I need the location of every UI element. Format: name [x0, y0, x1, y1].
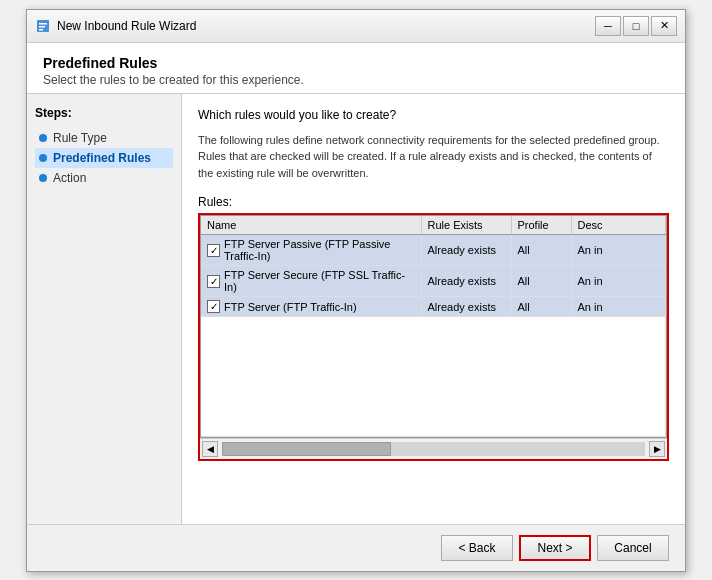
scroll-track[interactable]: [222, 442, 645, 456]
footer: < Back Next > Cancel: [27, 524, 685, 571]
rules-table: Name Rule Exists Profile Desc: [201, 216, 666, 437]
page-title: Predefined Rules: [43, 55, 669, 71]
svg-rect-1: [39, 23, 47, 25]
row1-rule-exists: Already exists: [421, 235, 511, 266]
rules-table-container: Name Rule Exists Profile Desc: [200, 215, 667, 438]
svg-rect-2: [39, 26, 45, 28]
row1-checkbox[interactable]: [207, 244, 220, 257]
row3-name: FTP Server (FTP Traffic-In): [201, 297, 421, 317]
table-header-row: Name Rule Exists Profile Desc: [201, 216, 666, 235]
title-bar-left: New Inbound Rule Wizard: [35, 18, 196, 34]
window-icon: [35, 18, 51, 34]
col-header-rule-exists: Rule Exists: [421, 216, 511, 235]
row2-rule-exists: Already exists: [421, 266, 511, 297]
col-header-profile: Profile: [511, 216, 571, 235]
sidebar: Steps: Rule Type Predefined Rules Action: [27, 94, 182, 524]
sidebar-label-action: Action: [53, 171, 86, 185]
next-button[interactable]: Next >: [519, 535, 591, 561]
table-row[interactable]: FTP Server Secure (FTP SSL Traffic-In) A…: [201, 266, 666, 297]
row2-profile: All: [511, 266, 571, 297]
page-subtitle: Select the rules to be created for this …: [43, 73, 669, 87]
scroll-left-arrow[interactable]: ◀: [202, 441, 218, 457]
row3-name-text: FTP Server (FTP Traffic-In): [224, 301, 357, 313]
step-dot-3: [39, 174, 47, 182]
scroll-right-arrow[interactable]: ▶: [649, 441, 665, 457]
rules-table-wrapper: Name Rule Exists Profile Desc: [198, 213, 669, 461]
table-row[interactable]: FTP Server (FTP Traffic-In) Already exis…: [201, 297, 666, 317]
sidebar-label-predefined-rules: Predefined Rules: [53, 151, 151, 165]
main-question: Which rules would you like to create?: [198, 108, 669, 122]
maximize-button[interactable]: □: [623, 16, 649, 36]
main-panel: Which rules would you like to create? Th…: [182, 94, 685, 524]
sidebar-label-rule-type: Rule Type: [53, 131, 107, 145]
title-bar: New Inbound Rule Wizard ─ □ ✕: [27, 10, 685, 43]
table-row[interactable]: FTP Server Passive (FTP Passive Traffic-…: [201, 235, 666, 266]
row2-name-text: FTP Server Secure (FTP SSL Traffic-In): [224, 269, 415, 293]
rules-label: Rules:: [198, 195, 669, 209]
row1-name-text: FTP Server Passive (FTP Passive Traffic-…: [224, 238, 415, 262]
back-button[interactable]: < Back: [441, 535, 513, 561]
svg-rect-3: [39, 29, 43, 31]
horizontal-scrollbar: ◀ ▶: [200, 438, 667, 459]
wizard-window: New Inbound Rule Wizard ─ □ ✕ Predefined…: [26, 9, 686, 572]
close-button[interactable]: ✕: [651, 16, 677, 36]
window-controls: ─ □ ✕: [595, 16, 677, 36]
content-area: Steps: Rule Type Predefined Rules Action…: [27, 94, 685, 524]
col-header-name: Name: [201, 216, 421, 235]
row2-checkbox[interactable]: [207, 275, 220, 288]
step-dot-2: [39, 154, 47, 162]
empty-row: [201, 317, 666, 437]
col-header-desc: Desc: [571, 216, 666, 235]
row2-name: FTP Server Secure (FTP SSL Traffic-In): [201, 266, 421, 297]
minimize-button[interactable]: ─: [595, 16, 621, 36]
row3-desc: An in: [571, 297, 666, 317]
sidebar-item-action[interactable]: Action: [35, 168, 173, 188]
row3-rule-exists: Already exists: [421, 297, 511, 317]
row1-profile: All: [511, 235, 571, 266]
main-description: The following rules define network conne…: [198, 132, 669, 182]
row1-name: FTP Server Passive (FTP Passive Traffic-…: [201, 235, 421, 266]
sidebar-title: Steps:: [35, 106, 173, 120]
scroll-thumb[interactable]: [222, 442, 391, 456]
sidebar-item-predefined-rules[interactable]: Predefined Rules: [35, 148, 173, 168]
sidebar-item-rule-type[interactable]: Rule Type: [35, 128, 173, 148]
cancel-button[interactable]: Cancel: [597, 535, 669, 561]
row1-desc: An in: [571, 235, 666, 266]
window-title: New Inbound Rule Wizard: [57, 19, 196, 33]
row3-checkbox[interactable]: [207, 300, 220, 313]
step-dot-1: [39, 134, 47, 142]
page-header: Predefined Rules Select the rules to be …: [27, 43, 685, 94]
row2-desc: An in: [571, 266, 666, 297]
row3-profile: All: [511, 297, 571, 317]
